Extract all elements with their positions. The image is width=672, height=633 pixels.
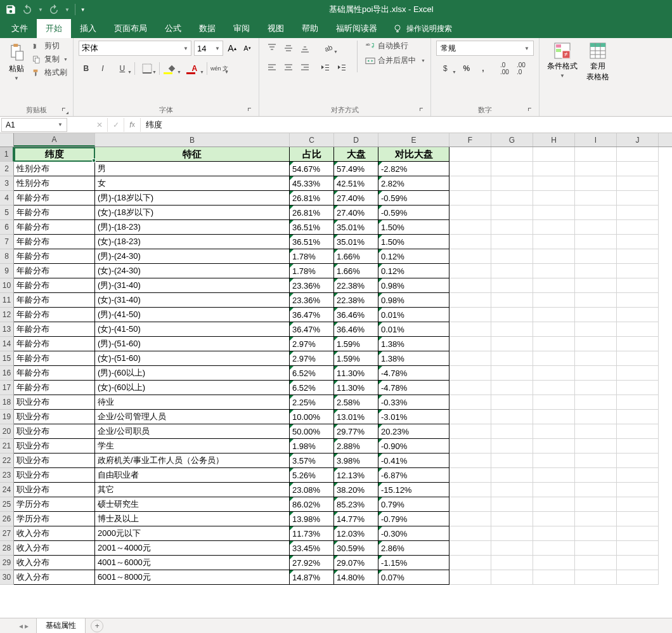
cell[interactable]: 6.52%	[290, 366, 334, 381]
row-header[interactable]: 23	[0, 468, 14, 483]
cell[interactable]: 6.52%	[290, 381, 334, 395]
cell[interactable]: 待业	[95, 395, 290, 410]
fx-icon[interactable]: fx	[124, 118, 141, 132]
cell[interactable]: 特征	[95, 147, 290, 162]
cell[interactable]	[533, 381, 575, 395]
cell[interactable]	[617, 147, 659, 162]
cell[interactable]: 14.87%	[290, 570, 334, 585]
cell[interactable]: 年龄分布	[14, 235, 95, 249]
cell[interactable]: -4.78%	[378, 381, 449, 395]
cell[interactable]	[491, 249, 533, 264]
cell[interactable]: 11.30%	[334, 381, 378, 395]
cell[interactable]	[533, 395, 575, 410]
cell[interactable]: 50.00%	[290, 424, 334, 439]
cell[interactable]	[449, 424, 491, 439]
cell[interactable]	[575, 147, 617, 162]
cell[interactable]: 年龄分布	[14, 249, 95, 264]
cell[interactable]	[575, 381, 617, 395]
font-color-button[interactable]: A▼	[184, 61, 205, 76]
cell[interactable]: 性别分布	[14, 162, 95, 176]
row-header[interactable]: 27	[0, 526, 14, 541]
cell[interactable]: 22.38%	[334, 293, 378, 308]
cell[interactable]: 36.46%	[334, 322, 378, 337]
percent-format-button[interactable]: %	[459, 61, 474, 76]
row-header[interactable]: 9	[0, 264, 14, 278]
fill-color-button[interactable]: ▼	[161, 61, 183, 76]
cell[interactable]: 1.50%	[378, 235, 449, 249]
cell[interactable]: 1.38%	[378, 337, 449, 351]
cell[interactable]: 女	[95, 176, 290, 191]
cell[interactable]	[491, 162, 533, 176]
cell[interactable]: (女)-(31-40)	[95, 293, 290, 308]
decrease-indent-icon[interactable]	[318, 60, 333, 75]
row-header[interactable]: 14	[0, 337, 14, 351]
cell[interactable]: 2.88%	[334, 439, 378, 454]
cell[interactable]	[533, 468, 575, 483]
cell[interactable]: 收入分布	[14, 570, 95, 585]
cell[interactable]: 26.81%	[290, 191, 334, 206]
cell[interactable]: -4.78%	[378, 366, 449, 381]
cell[interactable]: 1.50%	[378, 220, 449, 235]
font-name-select[interactable]: 宋体▼	[79, 41, 191, 56]
cell[interactable]	[449, 264, 491, 278]
row-header[interactable]: 7	[0, 235, 14, 249]
cell[interactable]: 10.00%	[290, 410, 334, 424]
increase-font-icon[interactable]: A▴	[226, 41, 238, 56]
cell[interactable]	[575, 191, 617, 206]
cell[interactable]	[575, 512, 617, 526]
cell[interactable]	[575, 162, 617, 176]
cell[interactable]	[491, 439, 533, 454]
font-size-select[interactable]: 14▼	[194, 41, 223, 56]
row-header[interactable]: 20	[0, 424, 14, 439]
column-header[interactable]: G	[491, 133, 533, 147]
column-header[interactable]: H	[533, 133, 575, 147]
cell[interactable]	[617, 454, 659, 468]
cell[interactable]: (男)-(41-50)	[95, 308, 290, 322]
cell[interactable]	[617, 424, 659, 439]
cell[interactable]: 13.01%	[334, 410, 378, 424]
cell[interactable]	[449, 454, 491, 468]
cell[interactable]: 1.38%	[378, 351, 449, 366]
cell[interactable]: (女)-(18-23)	[95, 235, 290, 249]
cell[interactable]: 年龄分布	[14, 308, 95, 322]
cell[interactable]: 86.02%	[290, 497, 334, 512]
cell[interactable]: -0.90%	[378, 439, 449, 454]
orientation-button[interactable]: ab▼	[318, 41, 339, 56]
cell[interactable]: 14.77%	[334, 512, 378, 526]
formula-input[interactable]: 纬度	[141, 119, 672, 131]
cell[interactable]: -0.30%	[378, 526, 449, 541]
dialog-launcher-icon[interactable]	[247, 107, 255, 115]
cell[interactable]	[617, 264, 659, 278]
cell[interactable]: (女)-(18岁以下)	[95, 206, 290, 220]
row-header[interactable]: 18	[0, 395, 14, 410]
cell[interactable]	[533, 439, 575, 454]
name-box[interactable]: A1▼	[1, 118, 67, 132]
cell[interactable]	[617, 293, 659, 308]
redo-icon[interactable]	[48, 4, 60, 15]
cell[interactable]	[449, 556, 491, 570]
cell[interactable]: 对比大盘	[378, 147, 449, 162]
cell[interactable]: (男)-(31-40)	[95, 278, 290, 293]
cell[interactable]	[491, 264, 533, 278]
cell[interactable]	[617, 308, 659, 322]
cell[interactable]: 36.51%	[290, 235, 334, 249]
cell[interactable]: 54.67%	[290, 162, 334, 176]
cell[interactable]: 职业分布	[14, 468, 95, 483]
comma-format-button[interactable]: ,	[475, 61, 491, 76]
wrap-text-button[interactable]: ab自动换行	[365, 41, 425, 51]
cell[interactable]: -6.87%	[378, 468, 449, 483]
cell[interactable]: 年龄分布	[14, 337, 95, 351]
tell-me-search[interactable]: 操作说明搜索	[386, 23, 458, 34]
cell[interactable]	[491, 293, 533, 308]
cell[interactable]	[491, 220, 533, 235]
row-header[interactable]: 19	[0, 410, 14, 424]
cell[interactable]: 职业分布	[14, 424, 95, 439]
tab-formulas[interactable]: 公式	[156, 19, 190, 38]
format-as-table-button[interactable]: 套用 表格格	[584, 41, 612, 84]
row-header[interactable]: 16	[0, 366, 14, 381]
cell[interactable]: 36.46%	[334, 308, 378, 322]
cell[interactable]	[575, 264, 617, 278]
cell[interactable]: 年龄分布	[14, 206, 95, 220]
cell[interactable]: 职业分布	[14, 454, 95, 468]
cell[interactable]: 2.82%	[378, 176, 449, 191]
